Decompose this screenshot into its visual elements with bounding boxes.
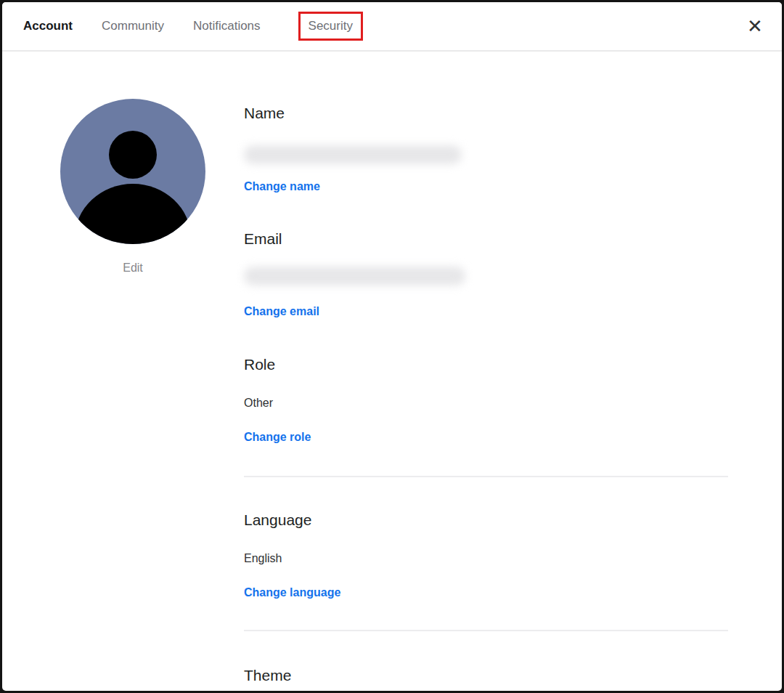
tab-security[interactable]: Security — [309, 19, 353, 33]
language-value: English — [244, 552, 282, 565]
security-tab-highlight-box: Security — [298, 12, 363, 41]
divider — [244, 476, 728, 477]
tab-community[interactable]: Community — [102, 19, 164, 33]
tab-notifications[interactable]: Notifications — [193, 19, 261, 33]
language-heading: Language — [244, 511, 311, 529]
avatar[interactable] — [60, 99, 205, 244]
change-name-link[interactable]: Change name — [244, 180, 320, 193]
change-language-link[interactable]: Change language — [244, 586, 340, 599]
close-icon: ✕ — [747, 15, 763, 38]
name-value-redacted — [244, 145, 462, 164]
divider — [244, 630, 728, 631]
email-heading: Email — [244, 230, 282, 248]
role-value: Other — [244, 397, 273, 410]
role-heading: Role — [244, 356, 275, 373]
tab-bar: Account Community Notifications Security… — [2, 2, 782, 52]
change-email-link[interactable]: Change email — [244, 305, 319, 318]
tab-account[interactable]: Account — [23, 19, 73, 33]
person-icon — [109, 131, 157, 179]
close-button[interactable]: ✕ — [743, 14, 767, 38]
theme-heading: Theme — [244, 667, 291, 684]
person-icon — [75, 184, 191, 244]
name-heading: Name — [244, 105, 285, 122]
change-role-link[interactable]: Change role — [244, 431, 311, 444]
account-settings-modal: Account Community Notifications Security… — [0, 0, 784, 693]
avatar-edit-label[interactable]: Edit — [60, 262, 205, 275]
email-value-redacted — [244, 267, 465, 285]
